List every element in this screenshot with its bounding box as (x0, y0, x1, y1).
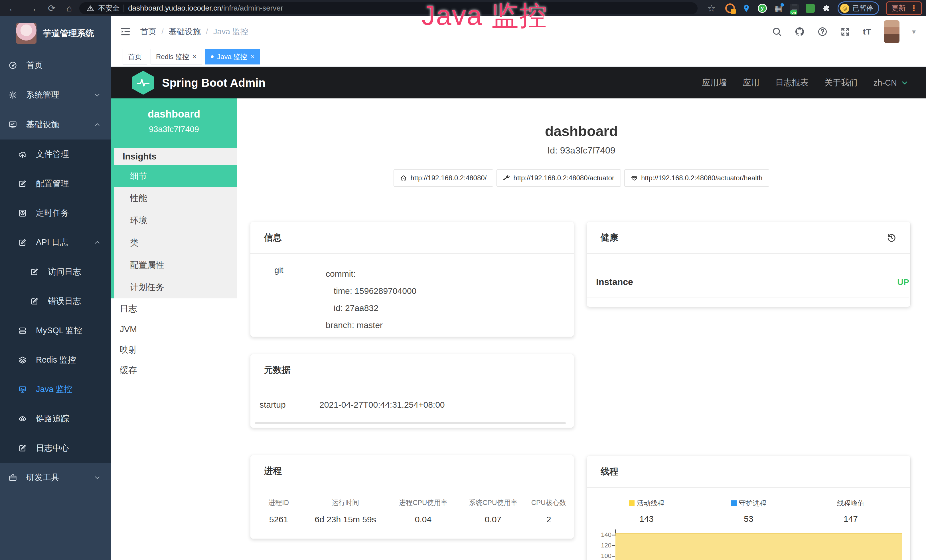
sba-nav-wall[interactable]: 应用墙 (702, 77, 727, 88)
browser-back-icon[interactable]: ← (8, 4, 17, 13)
sidebar-collapse-icon[interactable] (120, 26, 131, 37)
sba-nav-about[interactable]: 关于我们 (825, 77, 858, 88)
sidebar-item-label: 基础设施 (26, 119, 59, 130)
close-icon[interactable]: × (250, 53, 254, 60)
cards-left-column: 信息 git commit: time: 1596289704000 id: 2… (250, 222, 574, 560)
breadcrumb-home[interactable]: 首页 (140, 26, 156, 37)
address-bar[interactable]: 不安全 dashboard.yudao.iocoder.cn/infra/adm… (79, 2, 698, 14)
health-instance-row[interactable]: Instance UP (587, 277, 909, 298)
extension-y-icon[interactable]: y (758, 4, 767, 13)
chart-tick-mark (612, 556, 615, 557)
uptime-value: 6d 23h 15m 59s (304, 515, 387, 524)
sba-nav-applications[interactable]: 应用 (743, 77, 760, 88)
live-threads-value: 143 (595, 514, 698, 524)
fullscreen-icon[interactable] (840, 27, 850, 37)
font-size-icon[interactable]: tT (863, 27, 872, 36)
sba-menu-performance[interactable]: 性能 (114, 187, 237, 209)
process-col-header: 系统CPU使用率 (460, 498, 527, 507)
sidebar-item-api-log[interactable]: API 日志 (0, 228, 111, 257)
sidebar-item-config-manage[interactable]: 配置管理 (0, 169, 111, 198)
instance-name: dashboard (111, 108, 237, 120)
sba-menu-logs[interactable]: 日志 (111, 298, 237, 319)
app-title: 芋道管理系统 (43, 28, 94, 39)
sba-instance-header[interactable]: dashboard 93a3fc7f7409 (111, 98, 237, 148)
sba-menu-environment[interactable]: 环境 (114, 209, 237, 232)
sidebar-item-system[interactable]: 系统管理 (0, 80, 111, 110)
sidebar-item-label: API 日志 (36, 237, 68, 248)
sidebar-item-access-log[interactable]: 访问日志 (0, 257, 111, 286)
sidebar-item-dev-tools[interactable]: 研发工具 (0, 463, 111, 492)
git-branch-line: branch: master (326, 317, 561, 334)
metadata-key: startup (260, 400, 319, 410)
sidebar-item-file-manage[interactable]: 文件管理 (0, 139, 111, 169)
bookmark-star-icon[interactable]: ☆ (707, 3, 716, 14)
sba-menu-mappings[interactable]: 映射 (111, 339, 237, 360)
sba-brand-title[interactable]: Spring Boot Admin (162, 76, 265, 89)
sba-content: dashboard Id: 93a3fc7f7409 http://192.16… (237, 98, 926, 560)
history-icon[interactable] (887, 233, 897, 243)
sba-nav-journal[interactable]: 日志报表 (775, 77, 808, 88)
sidebar-item-infra[interactable]: 基础设施 (0, 110, 111, 139)
app-logo[interactable]: 芋道管理系统 (0, 16, 111, 50)
github-icon[interactable] (794, 27, 805, 37)
url-path: /infra/admin-server (221, 4, 283, 12)
sba-menu-classes[interactable]: 类 (114, 232, 237, 254)
git-time-line: time: 1596289704000 (326, 282, 561, 300)
browser-menu-icon[interactable]: ⋮ (910, 3, 918, 13)
browser-home-icon[interactable]: ⌂ (67, 4, 72, 13)
help-icon[interactable] (817, 27, 828, 37)
process-col-header: 进程ID (253, 498, 304, 507)
chevron-down-icon (94, 474, 101, 481)
page-url: dashboard.yudao.iocoder.cn/infra/admin-s… (128, 4, 283, 12)
search-icon[interactable] (772, 27, 782, 37)
tab-redis-monitor[interactable]: Redis 监控 × (151, 49, 202, 65)
extension-grid-icon[interactable]: ▦ (774, 4, 783, 13)
breadcrumb-infra[interactable]: 基础设施 (169, 26, 201, 37)
sba-menu-caches[interactable]: 缓存 (111, 360, 237, 381)
user-menu-caret-icon[interactable]: ▾ (912, 27, 916, 36)
metadata-card: 元数据 startup 2021-04-27T00:44:31.254+08:0… (250, 354, 574, 428)
sba-body: dashboard 93a3fc7f7409 Insights 细节 性能 环境… (111, 98, 926, 560)
chevron-down-icon (900, 79, 909, 87)
metadata-value: 2021-04-27T00:44:31.254+08:00 (319, 400, 445, 410)
sidebar-item-home[interactable]: 首页 (0, 50, 111, 80)
legend-daemon-threads: 守护进程 53 (698, 499, 800, 524)
user-avatar[interactable] (884, 20, 899, 43)
profile-paused-pill[interactable]: ☺ 已暂停 (838, 2, 879, 15)
sidebar-item-java-monitor[interactable]: Java 监控 (0, 375, 111, 404)
actuator-url-button[interactable]: http://192.168.0.2:48080/actuator (496, 170, 621, 186)
tab-home[interactable]: 首页 (123, 49, 147, 65)
sba-menu-jvm[interactable]: JVM (111, 319, 237, 339)
metadata-scrollbar[interactable] (255, 422, 566, 424)
sba-locale-select[interactable]: zh-CN (873, 78, 909, 88)
sidebar-item-trace[interactable]: 链路追踪 (0, 404, 111, 433)
sba-menu-details[interactable]: 细节 (114, 165, 237, 187)
browser-reload-icon[interactable]: ⟳ (48, 4, 56, 13)
sba-menu-scheduled-tasks[interactable]: 计划任务 (114, 276, 237, 298)
extensions-puzzle-icon[interactable] (822, 4, 831, 13)
sidebar-item-redis-monitor[interactable]: Redis 监控 (0, 345, 111, 375)
health-url-button[interactable]: http://192.168.0.2:48080/actuator/health (624, 170, 769, 186)
browser-update-button[interactable]: 更新 ⋮ (886, 2, 922, 15)
browser-forward-icon[interactable]: → (28, 4, 37, 13)
service-url-button[interactable]: http://192.168.0.2:48080/ (393, 170, 493, 186)
extension-green-icon[interactable] (806, 4, 815, 13)
chevron-down-icon (94, 91, 101, 99)
extension-orange-icon[interactable] (725, 3, 735, 13)
close-icon[interactable]: × (192, 53, 197, 60)
tab-java-monitor[interactable]: Java 监控 × (205, 49, 260, 65)
sidebar-item-scheduled-jobs[interactable]: 定时任务 (0, 198, 111, 228)
browser-nav-buttons: ← → ⟳ ⌂ (0, 4, 79, 13)
tags-view-bar: 首页 Redis 监控 × Java 监控 × (111, 47, 926, 67)
extension-on-icon[interactable]: on (790, 4, 799, 13)
sidebar-item-log-center[interactable]: 日志中心 (0, 433, 111, 463)
timer-icon (18, 209, 27, 217)
info-card: 信息 git commit: time: 1596289704000 id: 2… (250, 222, 574, 337)
sidebar-item-label: Redis 监控 (36, 354, 76, 366)
sidebar-item-mysql-monitor[interactable]: MySQL 监控 (0, 316, 111, 345)
extension-pin-icon[interactable] (742, 4, 751, 13)
sba-menu-config-props[interactable]: 配置属性 (114, 254, 237, 276)
peak-threads-value: 147 (800, 514, 902, 524)
sidebar-item-error-log[interactable]: 错误日志 (0, 286, 111, 316)
navbar-actions: tT ▾ (772, 20, 916, 43)
